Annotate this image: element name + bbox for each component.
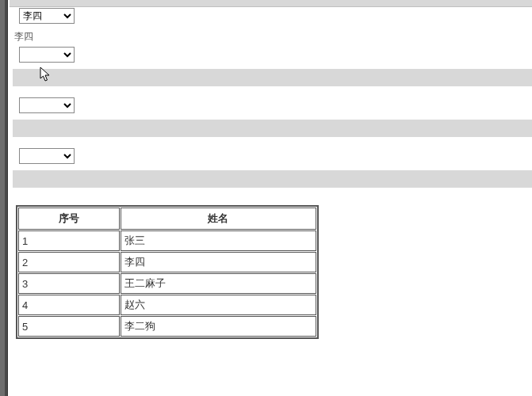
table-header-id: 序号: [18, 208, 120, 230]
table-cell-id: 3: [18, 273, 120, 294]
table-cell-name: 李四: [121, 252, 316, 272]
table-row: 2 李四: [18, 252, 316, 272]
gray-band-1: [13, 69, 532, 86]
table-row: 1 张三: [18, 230, 316, 251]
select-empty-3[interactable]: [19, 148, 75, 164]
table-header-row: 序号 姓名: [18, 208, 316, 230]
left-margin-strip: [5, 0, 8, 396]
table-cell-name: 张三: [121, 230, 316, 251]
table-row: 4 赵六: [18, 295, 316, 315]
table-cell-name: 王二麻子: [121, 273, 316, 294]
gray-band-3: [13, 170, 532, 188]
table-cell-name: 李二狗: [121, 316, 316, 337]
table-row: 3 王二麻子: [18, 273, 316, 294]
table-cell-id: 5: [18, 316, 120, 337]
table-row: 5 李二狗: [18, 316, 316, 337]
table-cell-id: 4: [18, 295, 120, 315]
table-cell-id: 1: [18, 230, 120, 251]
table-header-name: 姓名: [121, 208, 316, 230]
data-table: 序号 姓名 1 张三 2 李四 3 王二麻子 4: [16, 205, 319, 339]
table-cell-id: 2: [18, 252, 120, 272]
top-bar: [10, 0, 532, 7]
select-empty-2[interactable]: [19, 97, 75, 113]
table-cell-name: 赵六: [121, 295, 316, 315]
label-text: 李四: [14, 30, 532, 44]
select-empty-1[interactable]: [19, 47, 75, 63]
select-filled[interactable]: 李四: [19, 8, 75, 24]
gray-band-2: [13, 120, 532, 137]
